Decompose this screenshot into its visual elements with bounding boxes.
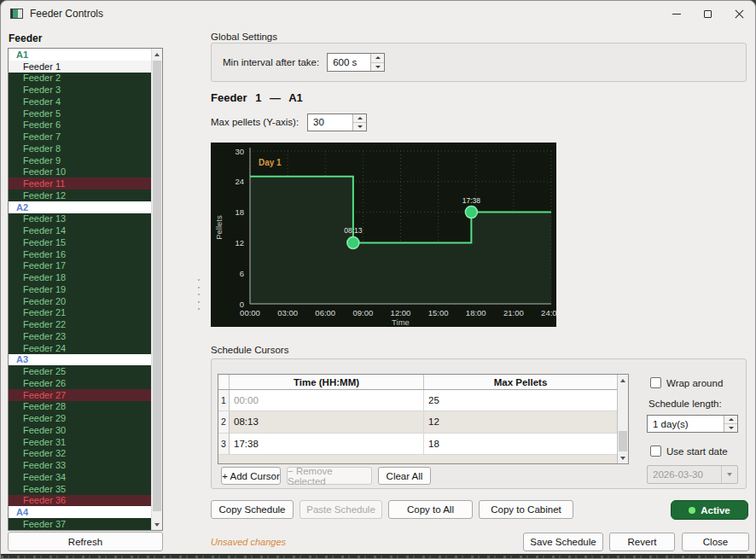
triangle-down-icon — [154, 523, 160, 527]
feeder-list-item[interactable]: Feeder 8 — [9, 143, 151, 154]
feeder-list-item[interactable]: Feeder 28 — [9, 401, 151, 413]
triangle-up-icon — [729, 418, 734, 421]
row-number[interactable]: 3 — [218, 434, 230, 455]
feeder-list-item[interactable]: Feeder 36 — [9, 495, 151, 507]
schedule-length-spinbox[interactable]: 1 day(s) — [647, 415, 738, 433]
feeder-list-scrollbar[interactable] — [151, 49, 162, 530]
spin-down-button[interactable] — [724, 423, 737, 432]
table-scrollbar[interactable] — [617, 375, 628, 463]
feeder-list-item[interactable]: Feeder 2 — [9, 73, 151, 84]
feeder-list-item[interactable]: Feeder 23 — [9, 330, 151, 342]
clear-all-button[interactable]: Clear All — [378, 467, 431, 485]
wrap-around-checkbox[interactable] — [650, 377, 661, 388]
feeder-list-item[interactable]: Feeder 5 — [9, 108, 151, 119]
active-toggle-button[interactable]: Active — [671, 500, 748, 520]
min-interval-spinbox[interactable]: 600 s — [327, 53, 385, 72]
scroll-up-button[interactable] — [152, 49, 162, 60]
feeder-list-item[interactable]: Feeder 30 — [9, 424, 151, 436]
splitter-handle[interactable] — [197, 279, 200, 310]
svg-text:0: 0 — [240, 300, 244, 309]
feeder-list-item[interactable]: Feeder 20 — [9, 295, 151, 307]
scroll-thumb[interactable] — [153, 61, 161, 511]
min-interval-value[interactable]: 600 s — [328, 54, 370, 71]
row-number[interactable]: 2 — [218, 411, 230, 433]
copy-to-all-button[interactable]: Copy to All — [388, 500, 473, 519]
feeder-list-item[interactable]: Feeder 31 — [9, 436, 151, 448]
feeder-list-item[interactable]: Feeder 1 — [9, 61, 151, 73]
feeder-list-item[interactable]: Feeder 17 — [9, 260, 151, 272]
time-cell[interactable]: 00:00 — [230, 390, 424, 411]
cabinet-header[interactable]: A2 — [9, 201, 151, 213]
scroll-thumb[interactable] — [619, 431, 627, 451]
feeder-list-item[interactable]: Feeder 22 — [9, 318, 151, 330]
max-pellets-cell[interactable]: 25 — [424, 390, 617, 411]
feeder-list-item[interactable]: Feeder 15 — [9, 236, 151, 248]
cabinet-header[interactable]: A3 — [9, 354, 151, 366]
close-window-button[interactable] — [724, 1, 755, 26]
feeder-list-item[interactable]: Feeder 13 — [9, 213, 151, 225]
scroll-down-button[interactable] — [152, 519, 162, 530]
max-pellets-spinbox[interactable]: 30 — [307, 114, 367, 131]
max-pellets-cell[interactable]: 18 — [424, 434, 617, 455]
column-header-max-pellets[interactable]: Max Pellets — [424, 375, 617, 389]
scroll-down-button[interactable] — [618, 452, 628, 463]
cabinet-header[interactable]: A1 — [9, 49, 151, 61]
feeder-list-item[interactable]: Feeder 24 — [9, 342, 151, 354]
feeder-list-item[interactable]: Feeder 11 — [9, 178, 151, 189]
use-start-date-checkbox[interactable] — [650, 445, 661, 457]
minimize-button[interactable] — [660, 1, 692, 26]
spin-up-button[interactable] — [724, 416, 737, 423]
feeder-list-item[interactable]: Feeder 21 — [9, 307, 151, 319]
feeder-list-item[interactable]: Feeder 10 — [9, 166, 151, 178]
feeder-list-item[interactable]: Feeder 25 — [9, 365, 151, 377]
close-button[interactable]: Close — [682, 533, 749, 551]
schedule-length-value[interactable]: 1 day(s) — [648, 416, 724, 432]
feeder-list-item[interactable]: Feeder 27 — [9, 389, 151, 401]
scroll-up-button[interactable] — [618, 375, 628, 386]
feeder-list-item[interactable]: Feeder 18 — [9, 271, 151, 283]
copy-schedule-button[interactable]: Copy Schedule — [211, 500, 294, 519]
save-schedule-button[interactable]: Save Schedule — [523, 533, 603, 551]
feeder-list-item[interactable]: Feeder 32 — [9, 448, 151, 460]
revert-button[interactable]: Revert — [609, 533, 675, 551]
feeder-list-item[interactable]: Feeder 14 — [9, 224, 151, 236]
remove-selected-button[interactable]: − Remove Selected — [287, 467, 372, 485]
feeder-list-item[interactable]: Feeder 37 — [9, 518, 151, 530]
time-cell[interactable]: 08:13 — [230, 411, 424, 433]
feeder-list-item[interactable]: Feeder 35 — [9, 483, 151, 495]
scroll-track[interactable] — [152, 60, 162, 519]
feeder-list-item[interactable]: Feeder 12 — [9, 189, 151, 201]
max-pellets-cell[interactable]: 12 — [424, 411, 617, 433]
refresh-button[interactable]: Refresh — [8, 532, 163, 551]
feeder-list-item[interactable]: Feeder 7 — [9, 131, 151, 143]
feeder-list-item[interactable]: Feeder 26 — [9, 377, 151, 389]
feeder-list-item[interactable]: Feeder 9 — [9, 154, 151, 166]
combo-dropdown-button[interactable] — [721, 466, 737, 483]
svg-text:Pellets: Pellets — [214, 215, 224, 240]
row-number[interactable]: 1 — [218, 390, 230, 411]
column-header-time[interactable]: Time (HH:MM) — [230, 375, 424, 389]
paste-schedule-button[interactable]: Paste Schedule — [299, 500, 382, 519]
add-cursor-button[interactable]: + Add Cursor — [221, 467, 281, 485]
feeder-list-item[interactable]: Feeder 4 — [9, 96, 151, 108]
copy-to-cabinet-button[interactable]: Copy to Cabinet — [479, 500, 573, 519]
spin-down-button[interactable] — [371, 62, 384, 72]
start-date-combo[interactable]: 2026-03-30 — [647, 465, 738, 484]
spin-up-button[interactable] — [371, 54, 384, 62]
maximize-button[interactable] — [692, 1, 724, 26]
scroll-track[interactable] — [618, 386, 628, 452]
max-pellets-value[interactable]: 30 — [308, 114, 352, 131]
time-cell[interactable]: 17:38 — [230, 434, 424, 455]
min-interval-label: Min interval after take: — [223, 57, 319, 67]
cabinet-header[interactable]: A4 — [9, 506, 151, 518]
feeder-list-item[interactable]: Feeder 19 — [9, 283, 151, 295]
feeder-list-item[interactable]: Feeder 34 — [9, 471, 151, 483]
feeder-list-item[interactable]: Feeder 3 — [9, 84, 151, 96]
feeder-list-item[interactable]: Feeder 33 — [9, 459, 151, 471]
feeder-list-item[interactable]: Feeder 6 — [9, 119, 151, 131]
feeder-list-item[interactable]: Feeder 29 — [9, 412, 151, 424]
schedule-chart[interactable]: 061218243000:0003:0006:0009:0012:0015:00… — [211, 143, 556, 327]
spin-down-button[interactable] — [353, 122, 366, 131]
feeder-list-item[interactable]: Feeder 16 — [9, 248, 151, 260]
spin-up-button[interactable] — [353, 114, 366, 122]
